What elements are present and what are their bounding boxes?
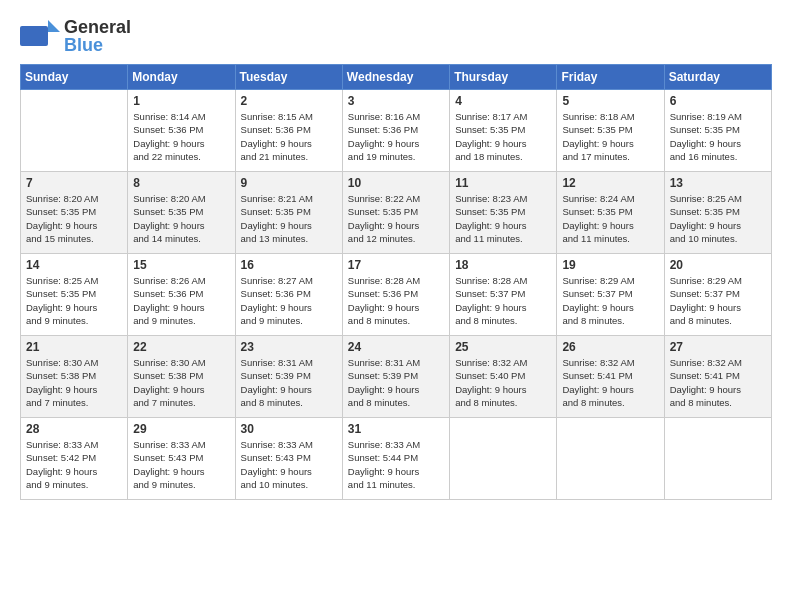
- day-number: 11: [455, 176, 551, 190]
- calendar-cell: 10Sunrise: 8:22 AMSunset: 5:35 PMDayligh…: [342, 172, 449, 254]
- day-number: 14: [26, 258, 122, 272]
- calendar-cell: 9Sunrise: 8:21 AMSunset: 5:35 PMDaylight…: [235, 172, 342, 254]
- day-number: 8: [133, 176, 229, 190]
- day-number: 2: [241, 94, 337, 108]
- calendar-cell: 17Sunrise: 8:28 AMSunset: 5:36 PMDayligh…: [342, 254, 449, 336]
- calendar-cell: 20Sunrise: 8:29 AMSunset: 5:37 PMDayligh…: [664, 254, 771, 336]
- week-row-1: 7Sunrise: 8:20 AMSunset: 5:35 PMDaylight…: [21, 172, 772, 254]
- day-info: Sunrise: 8:33 AMSunset: 5:43 PMDaylight:…: [133, 438, 229, 491]
- calendar-cell: 12Sunrise: 8:24 AMSunset: 5:35 PMDayligh…: [557, 172, 664, 254]
- day-info: Sunrise: 8:33 AMSunset: 5:43 PMDaylight:…: [241, 438, 337, 491]
- calendar-cell: 26Sunrise: 8:32 AMSunset: 5:41 PMDayligh…: [557, 336, 664, 418]
- calendar-cell: 1Sunrise: 8:14 AMSunset: 5:36 PMDaylight…: [128, 90, 235, 172]
- day-number: 31: [348, 422, 444, 436]
- calendar-cell: 16Sunrise: 8:27 AMSunset: 5:36 PMDayligh…: [235, 254, 342, 336]
- calendar-cell: 28Sunrise: 8:33 AMSunset: 5:42 PMDayligh…: [21, 418, 128, 500]
- calendar-cell: 6Sunrise: 8:19 AMSunset: 5:35 PMDaylight…: [664, 90, 771, 172]
- week-row-4: 28Sunrise: 8:33 AMSunset: 5:42 PMDayligh…: [21, 418, 772, 500]
- day-number: 17: [348, 258, 444, 272]
- day-info: Sunrise: 8:27 AMSunset: 5:36 PMDaylight:…: [241, 274, 337, 327]
- calendar-cell: 11Sunrise: 8:23 AMSunset: 5:35 PMDayligh…: [450, 172, 557, 254]
- calendar-cell: 27Sunrise: 8:32 AMSunset: 5:41 PMDayligh…: [664, 336, 771, 418]
- calendar-cell: 24Sunrise: 8:31 AMSunset: 5:39 PMDayligh…: [342, 336, 449, 418]
- day-number: 29: [133, 422, 229, 436]
- day-header-monday: Monday: [128, 65, 235, 90]
- day-number: 1: [133, 94, 229, 108]
- day-info: Sunrise: 8:15 AMSunset: 5:36 PMDaylight:…: [241, 110, 337, 163]
- day-number: 21: [26, 340, 122, 354]
- week-row-0: 1Sunrise: 8:14 AMSunset: 5:36 PMDaylight…: [21, 90, 772, 172]
- day-info: Sunrise: 8:22 AMSunset: 5:35 PMDaylight:…: [348, 192, 444, 245]
- svg-marker-1: [48, 20, 60, 32]
- day-info: Sunrise: 8:29 AMSunset: 5:37 PMDaylight:…: [562, 274, 658, 327]
- day-info: Sunrise: 8:31 AMSunset: 5:39 PMDaylight:…: [348, 356, 444, 409]
- calendar-cell: 18Sunrise: 8:28 AMSunset: 5:37 PMDayligh…: [450, 254, 557, 336]
- day-number: 5: [562, 94, 658, 108]
- calendar-cell: 7Sunrise: 8:20 AMSunset: 5:35 PMDaylight…: [21, 172, 128, 254]
- day-number: 20: [670, 258, 766, 272]
- day-header-sunday: Sunday: [21, 65, 128, 90]
- day-info: Sunrise: 8:25 AMSunset: 5:35 PMDaylight:…: [26, 274, 122, 327]
- calendar-cell: 13Sunrise: 8:25 AMSunset: 5:35 PMDayligh…: [664, 172, 771, 254]
- svg-rect-0: [20, 26, 48, 46]
- logo-icon: [20, 18, 60, 54]
- page: General Blue SundayMondayTuesdayWednesda…: [0, 0, 792, 612]
- day-header-wednesday: Wednesday: [342, 65, 449, 90]
- day-number: 22: [133, 340, 229, 354]
- week-row-3: 21Sunrise: 8:30 AMSunset: 5:38 PMDayligh…: [21, 336, 772, 418]
- logo-blue: Blue: [64, 36, 131, 54]
- day-info: Sunrise: 8:25 AMSunset: 5:35 PMDaylight:…: [670, 192, 766, 245]
- day-info: Sunrise: 8:31 AMSunset: 5:39 PMDaylight:…: [241, 356, 337, 409]
- day-number: 10: [348, 176, 444, 190]
- calendar-body: 1Sunrise: 8:14 AMSunset: 5:36 PMDaylight…: [21, 90, 772, 500]
- calendar-header-row: SundayMondayTuesdayWednesdayThursdayFrid…: [21, 65, 772, 90]
- day-number: 26: [562, 340, 658, 354]
- day-number: 16: [241, 258, 337, 272]
- header: General Blue: [20, 18, 772, 54]
- day-number: 30: [241, 422, 337, 436]
- day-info: Sunrise: 8:24 AMSunset: 5:35 PMDaylight:…: [562, 192, 658, 245]
- day-info: Sunrise: 8:16 AMSunset: 5:36 PMDaylight:…: [348, 110, 444, 163]
- day-info: Sunrise: 8:28 AMSunset: 5:37 PMDaylight:…: [455, 274, 551, 327]
- day-info: Sunrise: 8:20 AMSunset: 5:35 PMDaylight:…: [26, 192, 122, 245]
- day-number: 27: [670, 340, 766, 354]
- calendar-cell: 25Sunrise: 8:32 AMSunset: 5:40 PMDayligh…: [450, 336, 557, 418]
- day-number: 28: [26, 422, 122, 436]
- day-info: Sunrise: 8:33 AMSunset: 5:44 PMDaylight:…: [348, 438, 444, 491]
- day-number: 24: [348, 340, 444, 354]
- day-number: 19: [562, 258, 658, 272]
- calendar-cell: [664, 418, 771, 500]
- calendar-cell: 4Sunrise: 8:17 AMSunset: 5:35 PMDaylight…: [450, 90, 557, 172]
- calendar-cell: 14Sunrise: 8:25 AMSunset: 5:35 PMDayligh…: [21, 254, 128, 336]
- day-number: 25: [455, 340, 551, 354]
- day-number: 7: [26, 176, 122, 190]
- calendar-cell: 22Sunrise: 8:30 AMSunset: 5:38 PMDayligh…: [128, 336, 235, 418]
- calendar-cell: [557, 418, 664, 500]
- calendar-cell: 31Sunrise: 8:33 AMSunset: 5:44 PMDayligh…: [342, 418, 449, 500]
- calendar-cell: 30Sunrise: 8:33 AMSunset: 5:43 PMDayligh…: [235, 418, 342, 500]
- day-info: Sunrise: 8:30 AMSunset: 5:38 PMDaylight:…: [133, 356, 229, 409]
- day-info: Sunrise: 8:18 AMSunset: 5:35 PMDaylight:…: [562, 110, 658, 163]
- calendar-cell: 29Sunrise: 8:33 AMSunset: 5:43 PMDayligh…: [128, 418, 235, 500]
- day-info: Sunrise: 8:29 AMSunset: 5:37 PMDaylight:…: [670, 274, 766, 327]
- day-info: Sunrise: 8:32 AMSunset: 5:41 PMDaylight:…: [562, 356, 658, 409]
- day-header-friday: Friday: [557, 65, 664, 90]
- calendar-cell: 23Sunrise: 8:31 AMSunset: 5:39 PMDayligh…: [235, 336, 342, 418]
- day-number: 23: [241, 340, 337, 354]
- day-number: 13: [670, 176, 766, 190]
- day-info: Sunrise: 8:20 AMSunset: 5:35 PMDaylight:…: [133, 192, 229, 245]
- day-info: Sunrise: 8:32 AMSunset: 5:41 PMDaylight:…: [670, 356, 766, 409]
- calendar-cell: 21Sunrise: 8:30 AMSunset: 5:38 PMDayligh…: [21, 336, 128, 418]
- day-number: 3: [348, 94, 444, 108]
- calendar-cell: 19Sunrise: 8:29 AMSunset: 5:37 PMDayligh…: [557, 254, 664, 336]
- calendar-cell: 15Sunrise: 8:26 AMSunset: 5:36 PMDayligh…: [128, 254, 235, 336]
- day-header-tuesday: Tuesday: [235, 65, 342, 90]
- day-info: Sunrise: 8:33 AMSunset: 5:42 PMDaylight:…: [26, 438, 122, 491]
- day-info: Sunrise: 8:14 AMSunset: 5:36 PMDaylight:…: [133, 110, 229, 163]
- day-info: Sunrise: 8:23 AMSunset: 5:35 PMDaylight:…: [455, 192, 551, 245]
- day-info: Sunrise: 8:32 AMSunset: 5:40 PMDaylight:…: [455, 356, 551, 409]
- day-number: 6: [670, 94, 766, 108]
- day-info: Sunrise: 8:28 AMSunset: 5:36 PMDaylight:…: [348, 274, 444, 327]
- calendar-cell: 3Sunrise: 8:16 AMSunset: 5:36 PMDaylight…: [342, 90, 449, 172]
- day-info: Sunrise: 8:17 AMSunset: 5:35 PMDaylight:…: [455, 110, 551, 163]
